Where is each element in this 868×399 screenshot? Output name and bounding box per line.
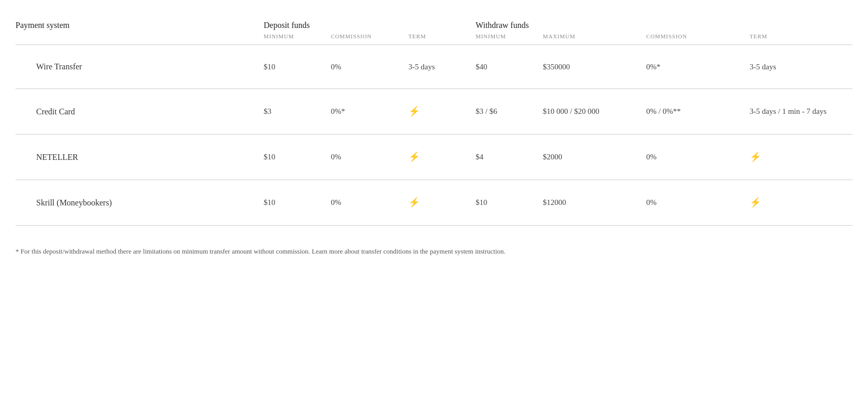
payment-table: Payment system Deposit funds Withdraw fu… xyxy=(16,21,852,257)
lightning-icon: ⚡ xyxy=(750,196,827,210)
cell-value: 0% xyxy=(331,61,408,73)
cell-value: Skrill (Moneybookers) xyxy=(16,197,264,209)
cell-value: $10 000 / $20 000 xyxy=(543,106,646,117)
table-row: NETELLER$100%⚡$4$20000%⚡ xyxy=(16,135,852,180)
cell-value: $2000 xyxy=(543,151,646,163)
footnote-section: * For this deposit/withdrawal method the… xyxy=(16,241,852,257)
cell-value: $12000 xyxy=(543,197,646,209)
cell-value: Wire Transfer xyxy=(16,61,264,73)
table-row: Credit Card$30%*⚡$3 / $6$10 000 / $20 00… xyxy=(16,89,852,135)
lightning-icon: ⚡ xyxy=(750,150,827,164)
cell-value: $10 xyxy=(264,197,331,209)
deposit-funds-header: Deposit funds xyxy=(264,21,476,30)
cell-value: Credit Card xyxy=(16,106,264,118)
footnote-text: * For this deposit/withdrawal method the… xyxy=(16,246,852,257)
header-sub-row: MINIMUM COMMISSION TERM MINIMUM MAXIMUM … xyxy=(16,33,852,45)
cell-value: $4 xyxy=(476,151,543,163)
cell-value: 3-5 days / 1 min - 7 days xyxy=(750,106,827,117)
header-top-row: Payment system Deposit funds Withdraw fu… xyxy=(16,21,852,33)
payment-system-header: Payment system xyxy=(16,21,264,30)
lightning-icon: ⚡ xyxy=(408,196,476,210)
cell-value: $10 xyxy=(264,61,331,73)
cell-value: $10 xyxy=(264,151,331,163)
cell-value: 3-5 days xyxy=(750,61,827,73)
withdraw-commission-header: COMMISSION xyxy=(646,33,750,39)
cell-value: 3-5 days xyxy=(408,61,476,73)
cell-value: NETELLER xyxy=(16,151,264,164)
lightning-icon: ⚡ xyxy=(408,150,476,164)
cell-value: $3 / $6 xyxy=(476,106,543,117)
cell-value: 0% xyxy=(646,197,750,209)
cell-value: 0%* xyxy=(646,61,750,73)
cell-value: $10 xyxy=(476,197,543,209)
table-body: Wire Transfer$100%3-5 days$40$3500000%*3… xyxy=(16,45,852,226)
withdraw-minimum-header: MINIMUM xyxy=(476,33,543,39)
cell-value: $350000 xyxy=(543,61,646,73)
cell-value: 0% xyxy=(331,197,408,209)
table-row: Wire Transfer$100%3-5 days$40$3500000%*3… xyxy=(16,45,852,89)
cell-value: $40 xyxy=(476,61,543,73)
cell-value: 0% xyxy=(646,151,750,163)
cell-value: 0% / 0%** xyxy=(646,106,750,117)
cell-value: $3 xyxy=(264,106,331,117)
deposit-minimum-header: MINIMUM xyxy=(264,33,331,39)
withdraw-funds-header: Withdraw funds xyxy=(476,21,827,30)
withdraw-maximum-header: MAXIMUM xyxy=(543,33,646,39)
table-row: Skrill (Moneybookers)$100%⚡$10$120000%⚡ xyxy=(16,180,852,226)
deposit-commission-header: COMMISSION xyxy=(331,33,408,39)
cell-value: 0%* xyxy=(331,106,408,117)
lightning-icon: ⚡ xyxy=(408,105,476,119)
withdraw-term-header: TERM xyxy=(750,33,827,39)
deposit-term-header: TERM xyxy=(408,33,476,39)
cell-value: 0% xyxy=(331,151,408,163)
